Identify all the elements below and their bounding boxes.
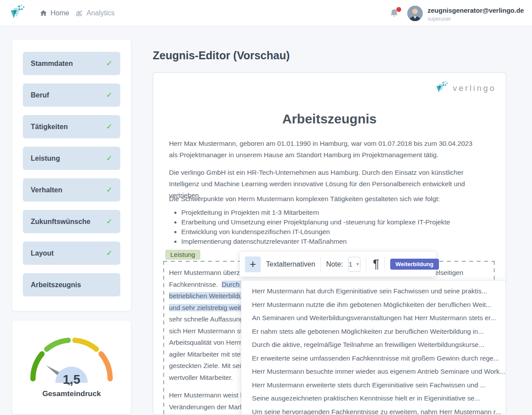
bullet-item: Erarbeitung und Umsetzung einer Projektp… [181, 217, 450, 227]
toolbar-divider [385, 257, 385, 272]
check-icon: ✓ [106, 154, 112, 163]
alternative-option[interactable]: Durch die aktive, regelmäßige Teilnahme … [241, 338, 506, 352]
alternative-option[interactable]: Herr Mustermann erweiterte stets durch E… [241, 379, 506, 392]
alternatives-label: Textalternativen [266, 260, 315, 268]
top-navbar: Home Analytics zeugnisgenerator@verlingo… [0, 0, 532, 26]
user-email[interactable]: zeugnisgenerator@verlingo.de [428, 7, 524, 14]
bullet-item: Entwicklung von kundenspezifischen IT-Lö… [181, 227, 450, 237]
nav-analytics-label: Analytics [86, 9, 115, 17]
sidebar-step-label: Verhalten [31, 186, 62, 194]
alternative-option[interactable]: Herr Mustermann nutzte die ihm gebotenen… [241, 298, 506, 312]
chevron-down-icon: ▼ [356, 262, 360, 267]
note-select[interactable]: 1 ▼ [348, 257, 360, 272]
sidebar-step-button[interactable]: Leistung ✓ [23, 147, 120, 170]
check-icon: ✓ [106, 122, 112, 131]
nav-home-label: Home [50, 9, 69, 17]
alternative-option[interactable]: Herr Mustermann hat durch Eigeninitiativ… [241, 285, 506, 298]
check-icon: ✓ [106, 217, 112, 226]
paragraph-mark-button[interactable]: ¶ [373, 257, 380, 271]
document-paragraph: Die Schwerpunkte von Herrn Mustermann ko… [169, 193, 489, 205]
bullet-item: Implementierung datenschutzrelevanter IT… [181, 237, 450, 246]
toolbar-divider [366, 257, 366, 272]
sidebar-step-label: Zukunftswünsche [31, 218, 90, 226]
bullet-item: Projektleitung in Projekten mit 1-3 Mita… [181, 208, 450, 217]
sidebar-step-button[interactable]: Zukunftswünsche ✓ [23, 210, 120, 233]
sidebar-step-label: Layout [31, 249, 54, 257]
score-gauge: 1,5 [23, 326, 120, 387]
alternative-option[interactable]: Um seine hervorragenden Fachkenntnisse z… [241, 405, 506, 415]
check-icon: ✓ [106, 90, 112, 100]
user-avatar[interactable] [407, 6, 423, 21]
toolbar-divider [320, 257, 321, 272]
note-label: Note: [326, 260, 343, 268]
alternative-option[interactable]: Er erweiterte seine umfassenden Fachkenn… [241, 352, 506, 365]
check-icon: ✓ [106, 59, 112, 68]
alternative-option[interactable]: An Seminaren und Weiterbildungsveranstal… [241, 311, 506, 325]
home-icon [40, 9, 47, 17]
gauge-value: 1,5 [63, 372, 80, 386]
user-role: superuser [428, 16, 451, 22]
sidebar-step-label: Stammdaten [31, 60, 73, 68]
document-paragraph: Herr Max Mustermann, geboren am 01.01.19… [169, 138, 476, 161]
document-brand: verlingo [433, 80, 496, 97]
sidebar-step-label: Arbeitszeugnis [31, 281, 81, 289]
weiterbildung-badge[interactable]: Weiterbildung [390, 259, 439, 270]
sidebar-step-button[interactable]: Stammdaten ✓ [23, 52, 120, 75]
verlingo-logo-icon[interactable] [7, 3, 27, 23]
note-value: 1 [349, 260, 352, 268]
section-tag-leistung[interactable]: Leistung [165, 250, 200, 260]
document-title: Arbeitszeugnis [153, 112, 506, 126]
check-icon: ✓ [106, 249, 112, 258]
sidebar-step-button[interactable]: Layout ✓ [23, 242, 120, 265]
alternative-option[interactable]: Herr Mustermann besuchte immer wieder au… [241, 365, 506, 379]
sidebar-step-button[interactable]: Beruf ✓ [23, 83, 120, 107]
nav-item-analytics[interactable]: Analytics [75, 0, 115, 26]
alternatives-dropdown: Herr Mustermann hat durch Eigeninitiativ… [241, 280, 506, 415]
highlighted-text: betrieblichen Weiterbildun [169, 292, 246, 300]
sidebar-step-label: Leistung [31, 155, 60, 162]
highlighted-text: und sehr zielstrebig weite [169, 304, 245, 311]
sidebar-step-button[interactable]: Arbeitszeugnis ✓ [23, 273, 120, 296]
dashed-border-left [163, 261, 164, 415]
page-title: Zeugnis-Editor (Vorschau) [153, 49, 290, 62]
alternative-option[interactable]: Seine ausgezeichneten praktischen Kenntn… [241, 392, 506, 405]
overall-score-card: 1,5 Gesamteindruck [12, 321, 131, 414]
sidebar-step-label: Beruf [31, 91, 49, 99]
gauge-label: Gesamteindruck [23, 390, 120, 398]
text-alternatives-toolbar: + Textalternativen Note: 1 ▼ ¶ Weiterbil… [240, 252, 436, 277]
wizard-sidebar: Stammdaten ✓ Beruf ✓ Tätigkeiten ✓ Leist… [12, 40, 131, 311]
add-button[interactable]: + [245, 256, 261, 272]
nav-item-home[interactable]: Home [40, 0, 69, 26]
sidebar-step-button[interactable]: Tätigkeiten ✓ [23, 115, 120, 138]
document-bullet-list: Projektleitung in Projekten mit 1-3 Mita… [174, 208, 450, 246]
verlingo-logo-icon [433, 80, 450, 97]
brand-name: verlingo [453, 83, 496, 93]
notifications-button[interactable] [389, 8, 400, 19]
alternative-option[interactable]: Er nahm stets alle gebotenen Möglichkeit… [241, 325, 506, 339]
analytics-icon [75, 9, 83, 17]
document-preview: verlingo Arbeitszeugnis Herr Max Musterm… [153, 72, 506, 415]
sidebar-step-label: Tätigkeiten [31, 123, 68, 131]
notification-dot [396, 7, 401, 12]
check-icon: ✓ [106, 185, 112, 195]
sidebar-step-button[interactable]: Verhalten ✓ [23, 178, 120, 202]
